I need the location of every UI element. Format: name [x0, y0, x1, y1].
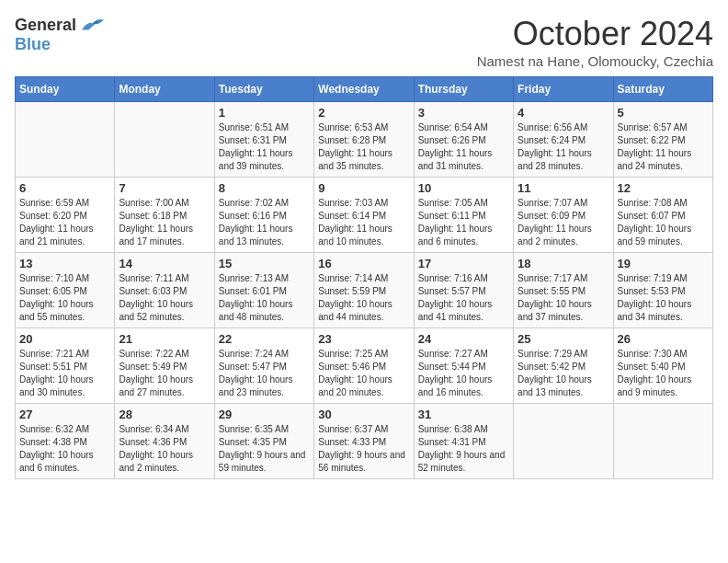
calendar-week-row: 1Sunrise: 6:51 AM Sunset: 6:31 PM Daylig… [16, 102, 713, 178]
calendar-day-cell: 1Sunrise: 6:51 AM Sunset: 6:31 PM Daylig… [214, 102, 313, 178]
weekday-header: Saturday [613, 77, 712, 102]
logo: General Blue [15, 15, 106, 54]
day-info: Sunrise: 7:03 AM Sunset: 6:14 PM Dayligh… [318, 197, 409, 248]
calendar-day-cell: 20Sunrise: 7:21 AM Sunset: 5:51 PM Dayli… [16, 328, 115, 404]
location-subtitle: Namest na Hane, Olomoucky, Czechia [477, 53, 713, 69]
calendar-day-cell: 21Sunrise: 7:22 AM Sunset: 5:49 PM Dayli… [115, 328, 214, 404]
calendar-day-cell: 11Sunrise: 7:07 AM Sunset: 6:09 PM Dayli… [514, 178, 613, 253]
day-number: 24 [418, 332, 509, 346]
calendar-day-cell [613, 404, 712, 479]
title-area: October 2024 Namest na Hane, Olomoucky, … [477, 15, 713, 69]
day-number: 27 [19, 408, 110, 421]
day-info: Sunrise: 7:19 AM Sunset: 5:53 PM Dayligh… [618, 272, 709, 324]
weekday-header: Monday [115, 77, 214, 102]
day-info: Sunrise: 6:53 AM Sunset: 6:28 PM Dayligh… [318, 121, 409, 173]
day-info: Sunrise: 7:07 AM Sunset: 6:09 PM Dayligh… [518, 197, 609, 248]
day-info: Sunrise: 6:56 AM Sunset: 6:24 PM Dayligh… [518, 121, 609, 173]
day-number: 2 [318, 106, 409, 120]
day-info: Sunrise: 7:17 AM Sunset: 5:55 PM Dayligh… [518, 272, 609, 324]
day-number: 7 [119, 181, 210, 195]
weekday-header: Friday [514, 77, 613, 102]
day-number: 28 [119, 408, 210, 421]
calendar-day-cell [16, 102, 115, 178]
day-info: Sunrise: 7:22 AM Sunset: 5:49 PM Dayligh… [119, 348, 210, 399]
calendar-day-cell: 2Sunrise: 6:53 AM Sunset: 6:28 PM Daylig… [314, 102, 414, 178]
calendar-day-cell: 17Sunrise: 7:16 AM Sunset: 5:57 PM Dayli… [414, 253, 513, 328]
day-number: 29 [219, 408, 310, 421]
calendar-day-cell: 13Sunrise: 7:10 AM Sunset: 6:05 PM Dayli… [16, 253, 115, 328]
day-number: 19 [618, 257, 709, 270]
weekday-header: Thursday [414, 77, 513, 102]
calendar-day-cell: 15Sunrise: 7:13 AM Sunset: 6:01 PM Dayli… [214, 253, 313, 328]
calendar-day-cell: 3Sunrise: 6:54 AM Sunset: 6:26 PM Daylig… [414, 102, 513, 178]
page-header: General Blue October 2024 Namest na Hane… [15, 15, 713, 69]
day-info: Sunrise: 7:29 AM Sunset: 5:42 PM Dayligh… [518, 348, 609, 399]
day-info: Sunrise: 7:05 AM Sunset: 6:11 PM Dayligh… [418, 197, 509, 248]
calendar-body: 1Sunrise: 6:51 AM Sunset: 6:31 PM Daylig… [16, 102, 713, 479]
calendar-day-cell: 7Sunrise: 7:00 AM Sunset: 6:18 PM Daylig… [115, 178, 214, 253]
day-number: 1 [219, 106, 310, 120]
month-title: October 2024 [477, 15, 713, 53]
day-info: Sunrise: 7:13 AM Sunset: 6:01 PM Dayligh… [219, 272, 310, 324]
day-number: 20 [19, 332, 110, 346]
day-number: 9 [318, 181, 409, 195]
day-number: 11 [518, 181, 609, 195]
logo-general-text: General [15, 16, 76, 35]
day-number: 21 [119, 332, 210, 346]
calendar-day-cell: 14Sunrise: 7:11 AM Sunset: 6:03 PM Dayli… [115, 253, 214, 328]
day-info: Sunrise: 7:11 AM Sunset: 6:03 PM Dayligh… [119, 272, 210, 324]
day-info: Sunrise: 6:32 AM Sunset: 4:38 PM Dayligh… [19, 423, 110, 475]
day-info: Sunrise: 7:30 AM Sunset: 5:40 PM Dayligh… [618, 348, 709, 399]
day-info: Sunrise: 6:35 AM Sunset: 4:35 PM Dayligh… [219, 423, 310, 475]
day-info: Sunrise: 7:08 AM Sunset: 6:07 PM Dayligh… [618, 197, 709, 248]
calendar-week-row: 27Sunrise: 6:32 AM Sunset: 4:38 PM Dayli… [16, 404, 713, 479]
calendar-day-cell: 19Sunrise: 7:19 AM Sunset: 5:53 PM Dayli… [613, 253, 712, 328]
weekday-header: Sunday [16, 77, 115, 102]
calendar-day-cell: 30Sunrise: 6:37 AM Sunset: 4:33 PM Dayli… [314, 404, 414, 479]
calendar-week-row: 6Sunrise: 6:59 AM Sunset: 6:20 PM Daylig… [16, 178, 713, 253]
day-info: Sunrise: 7:00 AM Sunset: 6:18 PM Dayligh… [119, 197, 210, 248]
day-number: 17 [418, 257, 509, 270]
day-number: 30 [318, 408, 409, 421]
calendar-day-cell: 16Sunrise: 7:14 AM Sunset: 5:59 PM Dayli… [314, 253, 414, 328]
day-number: 26 [618, 332, 709, 346]
weekday-row: SundayMondayTuesdayWednesdayThursdayFrid… [16, 77, 713, 102]
calendar-day-cell: 31Sunrise: 6:38 AM Sunset: 4:31 PM Dayli… [414, 404, 513, 479]
calendar-header: SundayMondayTuesdayWednesdayThursdayFrid… [16, 77, 713, 102]
day-info: Sunrise: 6:57 AM Sunset: 6:22 PM Dayligh… [618, 121, 709, 173]
calendar-day-cell: 18Sunrise: 7:17 AM Sunset: 5:55 PM Dayli… [514, 253, 613, 328]
day-number: 5 [618, 106, 709, 120]
day-number: 4 [518, 106, 609, 120]
calendar-day-cell [115, 102, 214, 178]
day-number: 18 [518, 257, 609, 270]
calendar-day-cell: 23Sunrise: 7:25 AM Sunset: 5:46 PM Dayli… [314, 328, 414, 404]
day-number: 15 [219, 257, 310, 270]
calendar-day-cell: 10Sunrise: 7:05 AM Sunset: 6:11 PM Dayli… [414, 178, 513, 253]
day-info: Sunrise: 6:54 AM Sunset: 6:26 PM Dayligh… [418, 121, 509, 173]
day-number: 31 [418, 408, 509, 421]
calendar-day-cell: 5Sunrise: 6:57 AM Sunset: 6:22 PM Daylig… [613, 102, 712, 178]
day-info: Sunrise: 6:38 AM Sunset: 4:31 PM Dayligh… [418, 423, 509, 475]
calendar-week-row: 20Sunrise: 7:21 AM Sunset: 5:51 PM Dayli… [16, 328, 713, 404]
day-number: 12 [618, 181, 709, 195]
calendar-day-cell: 22Sunrise: 7:24 AM Sunset: 5:47 PM Dayli… [214, 328, 313, 404]
day-info: Sunrise: 7:21 AM Sunset: 5:51 PM Dayligh… [19, 348, 110, 399]
day-number: 16 [318, 257, 409, 270]
day-number: 13 [19, 257, 110, 270]
calendar-day-cell: 4Sunrise: 6:56 AM Sunset: 6:24 PM Daylig… [514, 102, 613, 178]
day-number: 14 [119, 257, 210, 270]
day-info: Sunrise: 6:51 AM Sunset: 6:31 PM Dayligh… [219, 121, 310, 173]
calendar-day-cell: 28Sunrise: 6:34 AM Sunset: 4:36 PM Dayli… [115, 404, 214, 479]
day-number: 22 [219, 332, 310, 346]
day-info: Sunrise: 7:14 AM Sunset: 5:59 PM Dayligh… [318, 272, 409, 324]
day-info: Sunrise: 7:27 AM Sunset: 5:44 PM Dayligh… [418, 348, 509, 399]
calendar-day-cell [514, 404, 613, 479]
calendar-day-cell: 25Sunrise: 7:29 AM Sunset: 5:42 PM Dayli… [514, 328, 613, 404]
calendar-day-cell: 27Sunrise: 6:32 AM Sunset: 4:38 PM Dayli… [16, 404, 115, 479]
calendar-table: SundayMondayTuesdayWednesdayThursdayFrid… [15, 76, 713, 479]
day-number: 8 [219, 181, 310, 195]
day-info: Sunrise: 6:37 AM Sunset: 4:33 PM Dayligh… [318, 423, 409, 475]
day-info: Sunrise: 7:10 AM Sunset: 6:05 PM Dayligh… [19, 272, 110, 324]
day-number: 10 [418, 181, 509, 195]
day-number: 3 [418, 106, 509, 120]
